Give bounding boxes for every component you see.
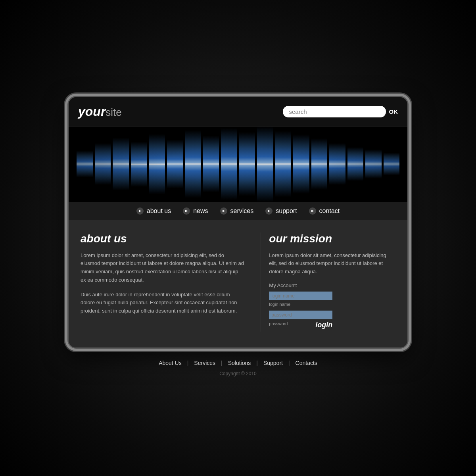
account-label: My Account: — [269, 282, 395, 288]
nav-label-about-us: about us — [147, 207, 171, 215]
login-row: password login — [269, 321, 332, 329]
nav-bar: ▶ about us ▶ news ▶ services ▶ support ▶… — [69, 202, 407, 221]
nav-arrow-icon: ▶ — [309, 207, 316, 215]
about-us-para1: Lorem ipsum dolor sit amet, consectetur … — [81, 251, 245, 284]
footer-link-support[interactable]: Support — [263, 360, 283, 366]
nav-item-support[interactable]: ▶ support — [265, 207, 297, 215]
login-button[interactable]: login — [315, 321, 332, 329]
login-name-input[interactable] — [269, 292, 332, 300]
password-input[interactable] — [269, 311, 332, 319]
site-header: yoursite OK — [69, 97, 407, 127]
nav-arrow-icon: ▶ — [183, 207, 190, 215]
footer-link-services[interactable]: Services — [194, 360, 215, 366]
footer-link-contacts[interactable]: Contacts — [296, 360, 317, 366]
footer-divider-3: | — [256, 360, 258, 366]
nav-arrow-icon: ▶ — [136, 207, 144, 215]
nav-label-news: news — [193, 207, 208, 215]
password-label: password — [269, 321, 288, 326]
footer-divider-2: | — [221, 360, 223, 366]
site-logo: yoursite — [78, 104, 122, 119]
copyright-text: Copyright © 2010 — [159, 371, 317, 376]
footer-link-about-us[interactable]: About Us — [159, 360, 182, 366]
login-name-label: login name — [269, 302, 395, 307]
footer-nav: About Us | Services | Solutions | Suppor… — [159, 360, 317, 366]
page-footer: About Us | Services | Solutions | Suppor… — [159, 349, 317, 380]
nav-item-about-us[interactable]: ▶ about us — [136, 207, 171, 215]
about-us-para2: Duis aute irure dolor in reprehenderit i… — [81, 291, 245, 315]
logo-site: site — [106, 106, 121, 118]
nav-label-support: support — [276, 207, 297, 215]
nav-label-contact: contact — [319, 207, 340, 215]
about-us-title: about us — [81, 232, 245, 245]
footer-divider-1: | — [187, 360, 189, 366]
mission-para: Lorem ipsum dolor sit amet, consectetur … — [269, 251, 395, 276]
nav-item-news[interactable]: ▶ news — [183, 207, 208, 215]
browser-frame: yoursite OK — [67, 96, 409, 349]
nav-item-services[interactable]: ▶ services — [220, 207, 254, 215]
left-column: about us Lorem ipsum dolor sit amet, con… — [81, 232, 261, 332]
nav-arrow-icon: ▶ — [220, 207, 227, 215]
nav-item-contact[interactable]: ▶ contact — [309, 207, 340, 215]
login-form: login name password login — [269, 292, 395, 329]
nav-label-services: services — [230, 207, 254, 215]
right-column: our mission Lorem ipsum dolor sit amet, … — [261, 232, 395, 332]
search-area: OK — [283, 106, 398, 117]
hero-banner — [69, 127, 407, 202]
search-input[interactable] — [283, 106, 386, 117]
hero-overlay — [69, 127, 407, 202]
mission-title: our mission — [269, 232, 395, 245]
footer-divider-4: | — [288, 360, 290, 366]
content-area: about us Lorem ipsum dolor sit amet, con… — [69, 221, 407, 347]
search-ok-button[interactable]: OK — [389, 108, 398, 115]
nav-arrow-icon: ▶ — [265, 207, 273, 215]
logo-your: your — [78, 104, 106, 119]
footer-link-solutions[interactable]: Solutions — [228, 360, 251, 366]
